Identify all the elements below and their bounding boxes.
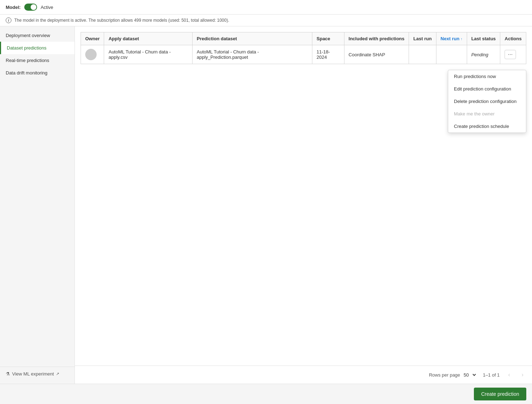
predictions-table: Owner Apply dataset Prediction dataset S… [81, 32, 526, 64]
cell-space: 11-18-2024 [312, 45, 344, 64]
sidebar-item-deployment-overview[interactable]: Deployment overview [0, 29, 75, 42]
actions-menu-button[interactable]: ··· [505, 50, 516, 59]
actions-dropdown-menu: Run predictions now Edit prediction conf… [448, 70, 526, 133]
sidebar: Deployment overview Dataset predictions … [0, 26, 75, 384]
avatar [85, 49, 97, 60]
content-area: Owner Apply dataset Prediction dataset S… [75, 26, 532, 384]
prev-page-button[interactable]: ‹ [505, 370, 513, 379]
dropdown-run-predictions-now[interactable]: Run predictions now [448, 70, 526, 83]
col-space: Space [312, 32, 344, 45]
sidebar-item-data-drift-monitoring[interactable]: Data drift monitoring [0, 67, 75, 79]
col-last-status: Last status [467, 32, 500, 45]
next-page-button[interactable]: › [519, 370, 526, 379]
cell-owner [81, 45, 104, 64]
create-prediction-button[interactable]: Create prediction [474, 388, 526, 400]
pagination-info: 1–1 of 1 [483, 372, 500, 378]
view-ml-experiment-link[interactable]: ⚗ View ML experiment ↗ [0, 367, 75, 381]
table-footer: Rows per page 50 25 100 1–1 of 1 ‹ › [75, 366, 532, 384]
dropdown-create-prediction-schedule[interactable]: Create prediction schedule [448, 120, 526, 133]
cell-next-run [436, 45, 467, 64]
top-bar: Model: Active [0, 0, 532, 15]
rows-per-page-select[interactable]: 50 25 100 [462, 372, 477, 378]
model-label: Model: [6, 5, 21, 10]
sidebar-item-realtime-predictions[interactable]: Real-time predictions [0, 54, 75, 67]
cell-prediction-dataset: AutoML Tutorial - Churn data - apply_Pre… [192, 45, 312, 64]
info-bar: i The model in the deployment is active.… [0, 15, 532, 26]
active-label: Active [41, 5, 53, 10]
col-actions: Actions [500, 32, 526, 45]
cell-apply-dataset: AutoML Tutorial - Churn data - apply.csv [104, 45, 192, 64]
col-next-run[interactable]: Next run ↑ [436, 32, 467, 45]
external-link-icon: ↗ [56, 372, 59, 376]
dropdown-make-me-owner: Make me the owner [448, 108, 526, 120]
dropdown-delete-prediction-config[interactable]: Delete prediction configuration [448, 95, 526, 108]
cell-included-with-predictions: Coordinate SHAP [344, 45, 409, 64]
info-text: The model in the deployment is active. T… [14, 18, 229, 23]
sidebar-item-dataset-predictions[interactable]: Dataset predictions [0, 42, 75, 54]
col-prediction-dataset: Prediction dataset [192, 32, 312, 45]
cell-actions: ··· [500, 45, 526, 64]
col-last-run: Last run [409, 32, 436, 45]
col-apply-dataset: Apply dataset [104, 32, 192, 45]
info-icon: i [6, 17, 11, 23]
bottom-bar: Create prediction [0, 384, 532, 404]
col-owner: Owner [81, 32, 104, 45]
cell-last-run [409, 45, 436, 64]
dropdown-edit-prediction-config[interactable]: Edit prediction configuration [448, 83, 526, 95]
cell-last-status: Pending [467, 45, 500, 64]
col-included-with-predictions: Included with predictions [344, 32, 409, 45]
model-toggle[interactable] [24, 4, 37, 11]
table-row: AutoML Tutorial - Churn data - apply.csv… [81, 45, 526, 64]
flask-icon: ⚗ [6, 371, 10, 377]
rows-per-page: Rows per page 50 25 100 [429, 372, 477, 378]
